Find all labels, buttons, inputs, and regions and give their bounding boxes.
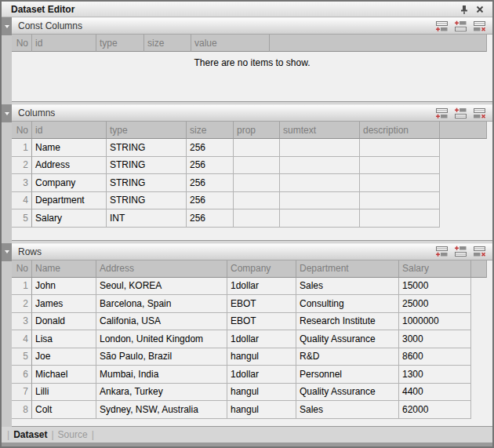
grid-cell[interactable]: Salary (32, 209, 107, 228)
grid-cell[interactable]: 1dollar (227, 330, 296, 348)
grid-cell[interactable]: 1300 (399, 366, 471, 384)
grid-cell[interactable]: 62000 (399, 401, 471, 419)
grid-cell[interactable]: 15000 (399, 278, 471, 296)
grid-cell[interactable]: Colt (32, 401, 96, 419)
insert-row-button[interactable] (454, 246, 467, 257)
delete-row-button[interactable] (473, 107, 486, 119)
grid-cell[interactable] (360, 209, 440, 228)
grid-cell[interactable]: 256 (187, 157, 234, 175)
grid-cell[interactable]: Barcelona, Spain (96, 295, 227, 313)
grid-cell[interactable]: EBOT (227, 313, 296, 331)
row-number-cell[interactable]: 7 (12, 384, 32, 402)
grid-cell[interactable]: Califonia, USA (96, 313, 227, 331)
grid-cell[interactable]: Personnel (296, 366, 399, 384)
insert-row-button[interactable] (454, 20, 467, 32)
grid-cell[interactable]: Donald (32, 313, 96, 331)
grid-cell[interactable]: 256 (187, 209, 234, 228)
add-row-button[interactable] (435, 107, 449, 119)
grid-cell[interactable] (360, 157, 440, 175)
grid-cell[interactable]: 256 (187, 174, 234, 192)
grid-cell[interactable]: 1000000 (399, 313, 471, 331)
row-number-cell[interactable]: 4 (12, 330, 32, 348)
grid-cell[interactable] (234, 192, 280, 210)
grid-cell[interactable]: Sales (296, 401, 399, 419)
grid-cell[interactable]: 3000 (399, 330, 471, 348)
grid-cell[interactable] (360, 192, 440, 210)
tab-source[interactable]: Source (56, 429, 90, 440)
pin-button[interactable] (456, 3, 472, 16)
row-number-cell[interactable]: 5 (12, 209, 32, 228)
add-row-button[interactable] (435, 20, 449, 32)
grid-cell[interactable]: hangul (227, 401, 296, 419)
grid-cell[interactable]: Seoul, KOREA (96, 278, 227, 296)
tab-separator: | (49, 429, 55, 440)
grid-cell[interactable]: STRING (107, 139, 187, 157)
row-number-cell[interactable]: 5 (12, 348, 32, 366)
insert-row-button[interactable] (454, 107, 467, 119)
grid-cell[interactable]: Ankara, Turkey (96, 384, 227, 402)
grid-cell[interactable]: 1dollar (227, 366, 296, 384)
grid-cell[interactable]: 25000 (399, 295, 471, 313)
grid-cell[interactable]: Sydney, NSW, Australia (96, 401, 227, 419)
grid-cell[interactable]: EBOT (227, 295, 296, 313)
row-number-cell[interactable]: 2 (12, 295, 32, 313)
row-number-cell[interactable]: 6 (12, 366, 32, 384)
grid-cell[interactable]: Name (32, 139, 107, 157)
grid-cell[interactable] (280, 209, 360, 228)
grid-cell[interactable] (234, 209, 280, 228)
grid-cell[interactable]: John (32, 278, 96, 296)
grid-cell[interactable]: Research Institute (296, 313, 399, 331)
grid-cell[interactable]: STRING (107, 192, 187, 210)
grid-cell[interactable]: Lisa (32, 330, 96, 348)
collapse-button-rows[interactable] (2, 243, 12, 261)
grid-cell[interactable]: R&D (296, 348, 399, 366)
grid-cell[interactable] (234, 157, 280, 175)
grid-cell[interactable]: STRING (107, 157, 187, 175)
grid-cell[interactable]: London, United Kingdom (96, 330, 227, 348)
grid-cell[interactable]: Joe (32, 348, 96, 366)
grid-cell[interactable] (280, 157, 360, 175)
row-number-cell[interactable]: 1 (12, 278, 32, 296)
grid-cell[interactable] (234, 139, 280, 157)
grid-cell[interactable] (280, 174, 360, 192)
grid-cell[interactable]: Sales (296, 278, 399, 296)
grid-cell[interactable] (280, 192, 360, 210)
grid-cell[interactable] (360, 139, 440, 157)
add-row-button[interactable] (435, 246, 449, 257)
row-number-cell[interactable]: 3 (12, 313, 32, 331)
tab-dataset[interactable]: Dataset (11, 429, 49, 440)
grid-cell[interactable]: Company (32, 174, 107, 192)
grid-cell[interactable] (360, 174, 440, 192)
row-number-cell[interactable]: 1 (12, 139, 32, 157)
grid-cell[interactable]: hangul (227, 384, 296, 402)
row-number-cell[interactable]: 4 (12, 192, 32, 210)
grid-cell[interactable]: Mumbai, India (96, 366, 227, 384)
collapse-button-const-columns[interactable] (2, 17, 12, 35)
delete-row-button[interactable] (473, 246, 486, 257)
grid-cell[interactable] (234, 174, 280, 192)
row-number-cell[interactable]: 3 (12, 174, 32, 192)
grid-cell[interactable]: Quality Assurance (296, 330, 399, 348)
grid-cell[interactable]: Michael (32, 366, 96, 384)
grid-cell[interactable]: Lilli (32, 384, 96, 402)
grid-cell[interactable]: 1dollar (227, 278, 296, 296)
grid-cell[interactable]: INT (107, 209, 187, 228)
grid-cell[interactable]: 256 (187, 139, 234, 157)
grid-cell[interactable]: Consulting (296, 295, 399, 313)
grid-cell[interactable]: 256 (187, 192, 234, 210)
grid-cell[interactable]: 8600 (399, 348, 471, 366)
row-number-cell[interactable]: 8 (12, 401, 32, 419)
grid-cell[interactable]: James (32, 295, 96, 313)
grid-cell[interactable]: 4400 (399, 384, 471, 402)
row-number-cell[interactable]: 2 (12, 157, 32, 175)
delete-row-button[interactable] (473, 20, 486, 32)
close-button[interactable] (472, 3, 488, 16)
grid-cell[interactable]: Quality Assurance (296, 384, 399, 402)
grid-cell[interactable]: São Paulo, Brazil (96, 348, 227, 366)
grid-cell[interactable]: Department (32, 192, 107, 210)
grid-cell[interactable]: Address (32, 157, 107, 175)
grid-cell[interactable]: STRING (107, 174, 187, 192)
grid-cell[interactable]: hangul (227, 348, 296, 366)
grid-cell[interactable] (280, 139, 360, 157)
collapse-button-columns[interactable] (2, 104, 12, 122)
